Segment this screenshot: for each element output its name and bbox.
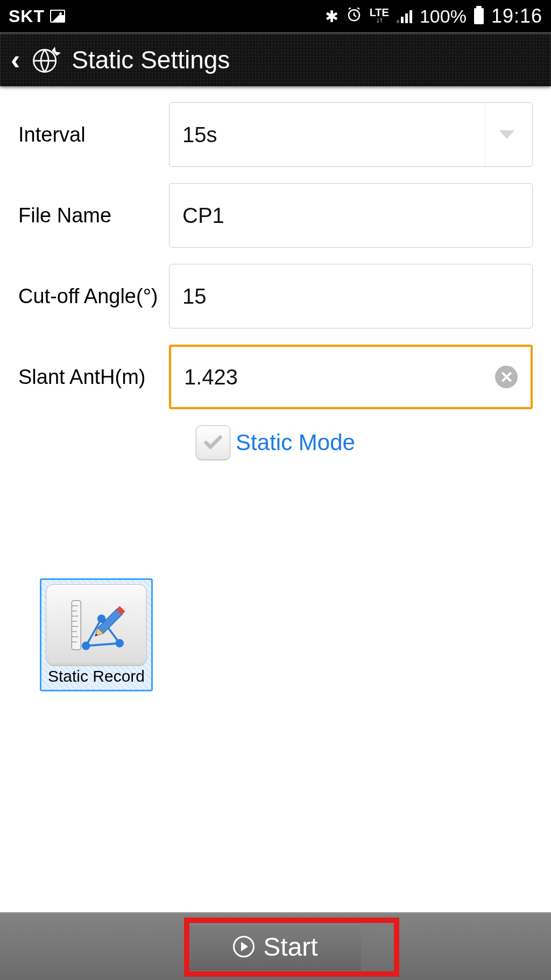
cutoff-label: Cut-off Angle(°) bbox=[18, 285, 169, 308]
check-icon bbox=[202, 432, 224, 453]
bottom-bar: Start bbox=[0, 912, 551, 980]
svg-point-16 bbox=[116, 640, 123, 647]
signal-icon bbox=[397, 9, 412, 23]
start-highlight-box bbox=[184, 918, 399, 977]
filename-input[interactable]: CP1 bbox=[169, 183, 533, 248]
row-slant: Slant AntH(m) 1.423 ✕ bbox=[18, 345, 533, 409]
static-mode-checkbox[interactable] bbox=[196, 425, 230, 460]
static-mode-label: Static Mode bbox=[236, 430, 355, 456]
bluetooth-icon: ✱ bbox=[325, 7, 338, 26]
carrier-label: SKT bbox=[9, 6, 45, 26]
filename-value: CP1 bbox=[182, 204, 224, 228]
status-bar: SKT ✱ LTE↓↑ 100% 19:16 bbox=[0, 0, 551, 32]
interval-value: 15s bbox=[182, 123, 217, 147]
picture-icon bbox=[50, 10, 65, 23]
row-static-mode: Static Mode bbox=[18, 425, 533, 460]
clock-label: 19:16 bbox=[491, 5, 542, 27]
svg-rect-2 bbox=[72, 600, 81, 649]
settings-form: Interval 15s File Name CP1 Cut-off Angle… bbox=[0, 86, 551, 697]
cutoff-value: 15 bbox=[182, 284, 207, 309]
slant-input[interactable]: 1.423 ✕ bbox=[169, 345, 533, 409]
row-filename: File Name CP1 bbox=[18, 183, 533, 248]
filename-label: File Name bbox=[18, 204, 169, 227]
static-record-button[interactable]: Static Record bbox=[40, 578, 153, 691]
cutoff-input[interactable]: 15 bbox=[169, 264, 533, 328]
chevron-down-icon bbox=[499, 130, 514, 139]
row-cutoff: Cut-off Angle(°) 15 bbox=[18, 264, 533, 328]
clear-icon[interactable]: ✕ bbox=[495, 366, 518, 388]
static-record-label: Static Record bbox=[48, 667, 145, 685]
title-bar: ‹ Static Settings bbox=[0, 32, 551, 86]
static-record-icon bbox=[46, 584, 147, 666]
network-type-label: LTE↓↑ bbox=[370, 9, 389, 24]
row-interval: Interval 15s bbox=[18, 102, 533, 167]
svg-point-14 bbox=[83, 642, 89, 649]
slant-value: 1.423 bbox=[184, 365, 238, 389]
app-globe-icon bbox=[30, 44, 62, 76]
dropdown-toggle[interactable] bbox=[485, 103, 528, 166]
slant-label: Slant AntH(m) bbox=[18, 366, 169, 389]
page-title: Static Settings bbox=[72, 45, 230, 74]
interval-dropdown[interactable]: 15s bbox=[169, 102, 533, 167]
alarm-icon bbox=[346, 6, 362, 26]
interval-label: Interval bbox=[18, 123, 169, 146]
back-icon[interactable]: ‹ bbox=[11, 44, 20, 76]
battery-pct-label: 100% bbox=[420, 6, 467, 27]
svg-line-13 bbox=[86, 643, 119, 646]
svg-point-15 bbox=[98, 615, 105, 622]
battery-icon bbox=[474, 8, 484, 24]
